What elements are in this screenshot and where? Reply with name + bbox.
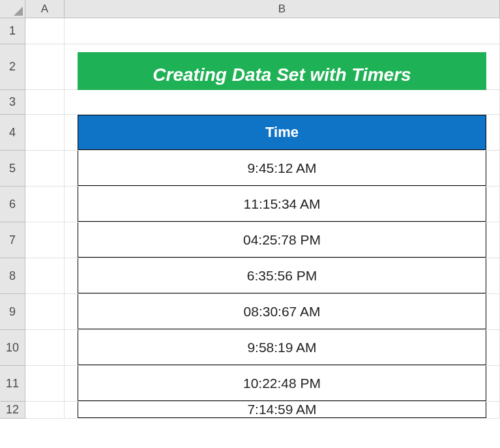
select-all-corner[interactable] (0, 0, 25, 18)
table-cell: 9:45:12 AM (78, 151, 486, 186)
table-cell: 11:15:34 AM (78, 187, 486, 222)
cell-A12[interactable] (25, 402, 65, 419)
cell-B2[interactable]: Creating Data Set with Timers (65, 44, 500, 90)
table-header-time: Time (78, 115, 486, 150)
cell-B12[interactable]: 7:14:59 AM (65, 402, 500, 419)
table-cell: 04:25:78 PM (78, 222, 486, 258)
cell-B8[interactable]: 6:35:56 PM (65, 258, 500, 294)
row-header-2[interactable]: 2 (0, 44, 25, 90)
cell-B4[interactable]: Time (65, 115, 500, 151)
cell-A3[interactable] (25, 90, 65, 115)
table-cell: 08:30:67 AM (78, 294, 486, 329)
row-header-7[interactable]: 7 (0, 222, 25, 258)
cell-A2[interactable] (25, 44, 65, 90)
row-header-11[interactable]: 11 (0, 366, 25, 402)
cell-B1[interactable] (65, 18, 500, 44)
table-cell: 9:58:19 AM (78, 330, 486, 365)
row-header-10[interactable]: 10 (0, 330, 25, 366)
cell-A4[interactable] (25, 115, 65, 151)
cell-B5[interactable]: 9:45:12 AM (65, 151, 500, 187)
cell-A6[interactable] (25, 187, 65, 222)
cell-B3[interactable] (65, 90, 500, 115)
svg-marker-0 (14, 7, 23, 16)
cell-B6[interactable]: 11:15:34 AM (65, 187, 500, 222)
row-header-1[interactable]: 1 (0, 18, 25, 44)
spreadsheet-grid: A B 1 2 Creating Data Set with Timers 3 … (0, 0, 500, 419)
row-header-8[interactable]: 8 (0, 258, 25, 294)
cell-B10[interactable]: 9:58:19 AM (65, 330, 500, 366)
cell-A1[interactable] (25, 18, 65, 44)
col-header-B[interactable]: B (65, 0, 500, 18)
cell-B7[interactable]: 04:25:78 PM (65, 222, 500, 258)
cell-A9[interactable] (25, 294, 65, 330)
cell-A11[interactable] (25, 366, 65, 402)
cell-A7[interactable] (25, 222, 65, 258)
col-header-A[interactable]: A (25, 0, 65, 18)
row-header-5[interactable]: 5 (0, 151, 25, 187)
cell-A10[interactable] (25, 330, 65, 366)
cell-A8[interactable] (25, 258, 65, 294)
cell-B9[interactable]: 08:30:67 AM (65, 294, 500, 330)
row-header-12[interactable]: 12 (0, 402, 25, 419)
row-header-9[interactable]: 9 (0, 294, 25, 330)
table-cell: 6:35:56 PM (78, 258, 486, 293)
table-cell: 7:14:59 AM (78, 402, 486, 418)
row-header-4[interactable]: 4 (0, 115, 25, 151)
cell-A5[interactable] (25, 151, 65, 187)
cell-B11[interactable]: 10:22:48 PM (65, 366, 500, 402)
table-cell: 10:22:48 PM (78, 366, 486, 401)
row-header-6[interactable]: 6 (0, 187, 25, 222)
row-header-3[interactable]: 3 (0, 90, 25, 115)
